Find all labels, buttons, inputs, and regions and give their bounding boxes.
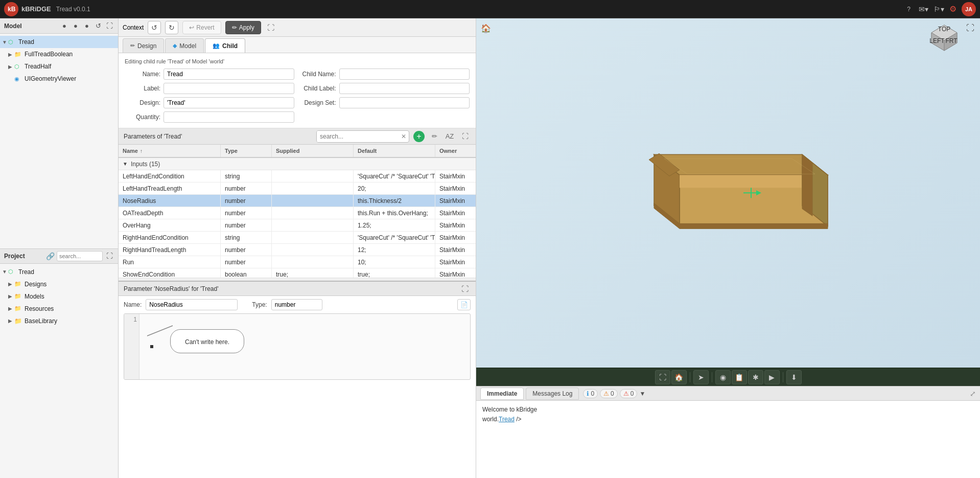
- child-label-row: Child Label:: [300, 83, 470, 94]
- help-button[interactable]: ?: [904, 4, 914, 15]
- param-row[interactable]: ShowEndCondition boolean true; true; Sta…: [119, 268, 476, 278]
- vp-fit-button[interactable]: ⛶: [655, 370, 670, 384]
- flag-icon[interactable]: 🏳▾: [934, 5, 944, 13]
- model-refresh-icon[interactable]: ↺: [94, 21, 103, 31]
- group-inputs[interactable]: ▼ Inputs (15): [119, 158, 476, 170]
- param-default-cell: 'SquareCut' /* 'SquareCut' 'Tr...: [354, 232, 435, 243]
- param-name-input[interactable]: [146, 299, 238, 310]
- vp-copy-button[interactable]: 📋: [732, 370, 747, 384]
- th-supplied[interactable]: Supplied: [272, 145, 354, 157]
- param-row[interactable]: OATreadDepth number this.Run + this.Over…: [119, 207, 476, 219]
- model-circle-icon[interactable]: ●: [60, 21, 69, 31]
- params-sort-icon[interactable]: AZ: [444, 131, 455, 142]
- view-cube[interactable]: TOP LEFT FRT: [929, 22, 960, 53]
- project-link-icon[interactable]: 🔗: [46, 252, 55, 260]
- th-name[interactable]: Name ↑: [119, 145, 221, 157]
- design-set-input[interactable]: [339, 97, 470, 108]
- tab-child[interactable]: 👥 Child: [205, 38, 245, 53]
- label-input[interactable]: [164, 83, 294, 94]
- project-expand-icon[interactable]: ⛶: [105, 252, 114, 261]
- project-tree-baselibrary[interactable]: ▶ 📁 BaseLibrary: [0, 315, 118, 327]
- console-prompt-rest: />: [515, 416, 522, 423]
- param-row[interactable]: LeftHandEndCondition string 'SquareCut' …: [119, 170, 476, 183]
- apply-button[interactable]: ✏ Apply: [225, 21, 261, 34]
- mail-icon[interactable]: ✉▾: [919, 5, 928, 13]
- th-type[interactable]: Type: [221, 145, 272, 157]
- project-tree-tread[interactable]: ▼ ⬡ Tread: [0, 266, 118, 278]
- project-search[interactable]: [57, 251, 103, 261]
- error-badge-count: 0: [631, 390, 634, 397]
- param-owner-cell: StairMxin: [435, 195, 476, 207]
- context-expand-button[interactable]: ⛶: [265, 22, 276, 33]
- label-label: Label:: [125, 85, 160, 92]
- warning-badge-icon: ⚠: [603, 390, 609, 397]
- param-name-cell: OATreadDepth: [119, 207, 221, 219]
- design-tab-icon: ✏: [130, 42, 135, 49]
- design-set-label: Design Set:: [300, 99, 336, 106]
- params-expand-icon[interactable]: ⛶: [459, 131, 471, 142]
- viewport-expand-button[interactable]: ⛶: [965, 22, 976, 34]
- tree-item-fulltread[interactable]: ▶ 📁 FullTreadBoolean: [0, 48, 118, 60]
- param-type-cell: number: [221, 195, 272, 207]
- param-supplied-cell: [272, 183, 354, 194]
- model-tab-icon: ◆: [173, 42, 177, 49]
- project-tree-resources[interactable]: ▶ 📁 Resources: [0, 303, 118, 315]
- params-edit-icon[interactable]: ✏: [429, 131, 440, 142]
- params-search-clear[interactable]: ✕: [399, 131, 409, 142]
- param-doc-button[interactable]: 📄: [457, 299, 471, 310]
- child-label-input[interactable]: [339, 83, 470, 94]
- quantity-input[interactable]: [164, 111, 294, 123]
- design-label: Design:: [125, 99, 160, 106]
- console-link-tread[interactable]: Tread: [499, 416, 515, 423]
- param-type-input[interactable]: [271, 299, 322, 310]
- project-tree-models[interactable]: ▶ 📁 Models: [0, 290, 118, 303]
- project-baselibrary-label: BaseLibrary: [25, 317, 57, 325]
- bottom-expand-button[interactable]: ⤢: [970, 390, 976, 398]
- revert-button[interactable]: ↩ Revert: [182, 21, 221, 34]
- model-dot2-icon[interactable]: ●: [82, 21, 91, 31]
- vp-play-button[interactable]: ▶: [764, 370, 780, 384]
- child-name-input[interactable]: [339, 69, 470, 80]
- param-row[interactable]: RightHandTreadLength number 12; StairMxi…: [119, 244, 476, 256]
- param-detail-expand[interactable]: ⛶: [459, 283, 471, 294]
- model-dot-icon[interactable]: ●: [71, 21, 80, 31]
- param-type-cell: number: [221, 219, 272, 231]
- tree-item-fulltread-label: FullTreadBoolean: [25, 51, 73, 58]
- params-add-button[interactable]: +: [413, 131, 425, 142]
- messages-dropdown[interactable]: ▼: [639, 390, 645, 397]
- param-row[interactable]: Run number 10; StairMxin: [119, 256, 476, 268]
- settings-icon[interactable]: ⚙: [949, 4, 956, 14]
- redo-button[interactable]: ↻: [165, 21, 178, 34]
- name-input[interactable]: [164, 69, 294, 80]
- param-row[interactable]: OverHang number 1.25; StairMxin: [119, 219, 476, 232]
- vp-select-button[interactable]: ➤: [693, 370, 709, 384]
- param-owner-cell: StairMxin: [435, 219, 476, 231]
- params-search-input[interactable]: [317, 131, 399, 142]
- tree-item-uigeom[interactable]: ◉ UIGeometryViewer: [0, 73, 118, 85]
- model-expand-icon[interactable]: ⛶: [105, 21, 114, 31]
- vp-home-button[interactable]: 🏠: [671, 370, 687, 384]
- svg-line-2: [147, 326, 173, 336]
- project-tree-designs[interactable]: ▶ 📁 Designs: [0, 278, 118, 290]
- tab-model[interactable]: ◆ Model: [165, 38, 204, 53]
- tab-messages-log[interactable]: Messages Log: [526, 388, 579, 400]
- tree-item-tread[interactable]: ▼ ⬡ Tread: [0, 36, 118, 48]
- param-row[interactable]: LeftHandTreadLength number 20; StairMxin: [119, 183, 476, 195]
- param-row[interactable]: NoseRadius number this.Thickness/2 Stair…: [119, 195, 476, 207]
- tree-item-treadhalf[interactable]: ▶ ⬡ TreadHalf: [0, 60, 118, 73]
- param-owner-cell: StairMxin: [435, 207, 476, 219]
- vp-download-button[interactable]: ⬇: [786, 370, 802, 384]
- tab-design[interactable]: ✏ Design: [123, 38, 164, 53]
- undo-button[interactable]: ↺: [148, 21, 161, 34]
- th-owner[interactable]: Owner: [435, 145, 476, 157]
- user-avatar[interactable]: JA: [962, 2, 976, 16]
- vp-star-button[interactable]: ✱: [748, 370, 763, 384]
- params-title: Parameters of 'Tread': [124, 133, 312, 140]
- viewport-home-button[interactable]: 🏠: [480, 22, 492, 34]
- th-default[interactable]: Default: [354, 145, 435, 157]
- design-input[interactable]: [164, 97, 294, 108]
- vp-circle-button[interactable]: ◉: [715, 370, 731, 384]
- param-row[interactable]: RightHandEndCondition string 'SquareCut'…: [119, 232, 476, 244]
- param-default-cell: this.Run + this.OverHang;: [354, 207, 435, 219]
- tab-immediate[interactable]: Immediate: [480, 388, 524, 400]
